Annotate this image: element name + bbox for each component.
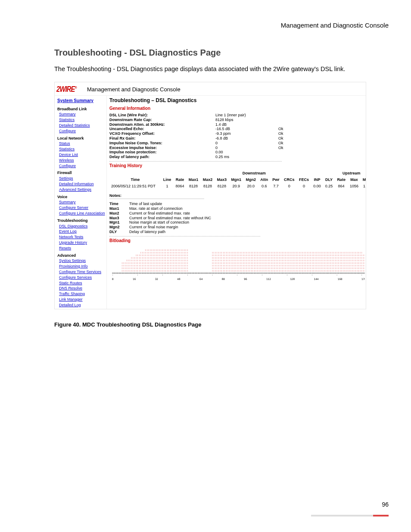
sidebar-item-traffic-shaping[interactable]: Traffic Shaping bbox=[59, 292, 106, 296]
train-col: Mgn2 bbox=[243, 177, 258, 183]
sidebar-nav: System Summary Broadband Link Summary St… bbox=[55, 95, 107, 309]
gi-value: 1.4 dB bbox=[215, 122, 253, 127]
train-cell: 1 bbox=[161, 183, 174, 190]
train-cell: 2006/05/12 11:29:51 PDT bbox=[109, 183, 161, 190]
train-cell: 8128 bbox=[215, 183, 229, 190]
screenshot-figure: 2WIRE® Management and Diagnostic Console… bbox=[54, 82, 366, 309]
train-col: Max2 bbox=[201, 177, 215, 183]
gi-status: Ok bbox=[278, 141, 299, 146]
panel-title: Troubleshooting – DSL Diagnostics bbox=[109, 97, 365, 103]
running-head: Management and Diagnostic Console bbox=[54, 22, 389, 29]
col-group-upstream: Upstream bbox=[335, 170, 366, 177]
train-col: Pwr bbox=[270, 177, 281, 183]
sidebar-item-configure[interactable]: Configure bbox=[59, 129, 106, 134]
gi-value: 8128 kbps bbox=[215, 118, 253, 122]
note-key: Mgn1 bbox=[109, 220, 129, 225]
gi-label: Uncancelled Echo: bbox=[109, 127, 190, 131]
gi-status bbox=[278, 122, 299, 127]
sidebar-item-advanced-settings[interactable]: Advanced Settings bbox=[59, 187, 106, 192]
train-cell: 1 bbox=[361, 183, 366, 190]
note-key: Max3 bbox=[109, 216, 129, 221]
gi-value: -6.8 dB bbox=[215, 136, 253, 141]
gi-label: Impulse Noise Comp. Tones: bbox=[109, 141, 190, 146]
sidebar-item-statistics2[interactable]: Statistics bbox=[59, 147, 106, 152]
note-val: Current or final estimated max. rate wit… bbox=[129, 216, 214, 221]
train-cell: 864 bbox=[335, 183, 348, 190]
sidebar-item-time-services[interactable]: Configure Time Services bbox=[59, 270, 106, 274]
gi-value: 0 bbox=[215, 146, 253, 150]
sidebar-item-upgrade-history[interactable]: Upgrade History bbox=[59, 240, 106, 245]
note-val: Noise margin at start of connection bbox=[129, 220, 214, 225]
gi-status: Ok bbox=[278, 131, 299, 136]
sidebar-item-voice-summary[interactable]: Summary bbox=[59, 200, 106, 205]
note-key: Max1 bbox=[109, 206, 129, 211]
train-cell: 7.7 bbox=[270, 183, 281, 190]
train-col: Attn bbox=[258, 177, 270, 183]
gi-label: Delay of latency path: bbox=[109, 155, 190, 159]
gi-label: VCXO Frequency Offset: bbox=[109, 131, 190, 136]
gi-status bbox=[278, 150, 299, 155]
sidebar-system-summary[interactable]: System Summary bbox=[57, 98, 106, 103]
sidebar-group-troubleshooting: Troubleshooting bbox=[57, 218, 106, 223]
section-training: Training History bbox=[109, 163, 365, 168]
note-val: Time of last update bbox=[129, 202, 214, 206]
train-cell: 0.00 bbox=[311, 183, 323, 190]
sidebar-item-wireless[interactable]: Wireless bbox=[59, 158, 106, 163]
sidebar-item-configure-services[interactable]: Configure Services bbox=[59, 275, 106, 280]
sidebar-item-event-log[interactable]: Event Log bbox=[59, 229, 106, 234]
gi-label: Excessive Impulse Noise: bbox=[109, 146, 190, 150]
gi-value: 0 bbox=[215, 141, 253, 146]
gi-value: 0.00 bbox=[215, 150, 253, 155]
bitloading-chart: :::::::::::::::::::::::::::: :::::::::::… bbox=[112, 246, 365, 280]
train-col: Mgn1 bbox=[229, 177, 243, 183]
gi-value: Line 1 (inner pair) bbox=[215, 113, 253, 118]
train-cell: 0 bbox=[297, 183, 311, 190]
sidebar-item-dns-resolve[interactable]: DNS Resolve bbox=[59, 286, 106, 291]
sidebar-item-statistics[interactable]: Statistics bbox=[59, 118, 106, 122]
sidebar-item-detailed-statistics[interactable]: Detailed Statistics bbox=[59, 123, 106, 128]
sidebar-item-device-list[interactable]: Device List bbox=[59, 152, 106, 157]
sidebar-item-configure-server[interactable]: Configure Server bbox=[59, 205, 106, 210]
sidebar-item-dsl-diagnostics[interactable]: DSL Diagnostics bbox=[59, 224, 106, 229]
sidebar-item-network-tests[interactable]: Network Tests bbox=[59, 235, 106, 240]
note-key: DLY bbox=[109, 230, 129, 234]
gi-value: -16.5 dB bbox=[215, 127, 253, 131]
train-cell: 20.0 bbox=[243, 183, 258, 190]
sidebar-item-summary[interactable]: Summary bbox=[59, 112, 106, 117]
console-title: Management and Diagnostic Console bbox=[87, 86, 181, 93]
sidebar-item-link-manager[interactable]: Link Manager bbox=[59, 297, 106, 302]
sidebar-item-status[interactable]: Status bbox=[59, 141, 106, 146]
gi-value: -9.3 ppm bbox=[215, 131, 253, 136]
note-key: Max2 bbox=[109, 211, 129, 216]
sidebar-item-configure-line[interactable]: Configure Line Association bbox=[59, 211, 106, 216]
sidebar-group-broadband: Broadband Link bbox=[57, 107, 106, 112]
col-group-downstream: Downstream bbox=[173, 170, 335, 177]
gi-status: Ok bbox=[278, 136, 299, 141]
intro-text: The Troubleshooting - DSL Diagnostics pa… bbox=[54, 65, 389, 72]
train-col: INP bbox=[311, 177, 323, 183]
gi-label: Downstream Atten. at 300kHz: bbox=[109, 122, 190, 127]
train-col: Rate bbox=[173, 177, 186, 183]
sidebar-item-settings[interactable]: Settings bbox=[59, 176, 106, 181]
sidebar-item-configure2[interactable]: Configure bbox=[59, 164, 106, 168]
sidebar-group-firewall: Firewall bbox=[57, 171, 106, 175]
sidebar-item-resets[interactable]: Resets bbox=[59, 246, 106, 251]
sidebar-item-detailed-info[interactable]: Detailed Information bbox=[59, 182, 106, 187]
separator2 bbox=[109, 236, 260, 236]
sidebar-item-detailed-log[interactable]: Detailed Log bbox=[59, 303, 106, 308]
main-panel: Troubleshooting – DSL Diagnostics Genera… bbox=[107, 95, 366, 309]
gi-status: Ok bbox=[278, 146, 299, 150]
sidebar-item-static-routes[interactable]: Static Routes bbox=[59, 281, 106, 286]
sidebar-item-syslog[interactable]: Syslog Settings bbox=[59, 258, 106, 263]
note-val: Max. rate at start of connection bbox=[129, 206, 214, 211]
notes-head: Notes: bbox=[109, 193, 204, 199]
gi-status bbox=[278, 155, 299, 159]
note-val: Current or final estimated max. rate bbox=[129, 211, 214, 216]
sidebar-item-provisioning[interactable]: Provisioning Info bbox=[59, 264, 106, 269]
note-key: Mgn2 bbox=[109, 225, 129, 230]
figure-caption: Figure 40. MDC Troubleshooting DSL Diagn… bbox=[54, 321, 389, 328]
train-cell: 20.9 bbox=[229, 183, 243, 190]
gi-label: Final Rx Gain: bbox=[109, 136, 190, 141]
train-col: Line bbox=[161, 177, 174, 183]
train-col: Max1 bbox=[187, 177, 201, 183]
